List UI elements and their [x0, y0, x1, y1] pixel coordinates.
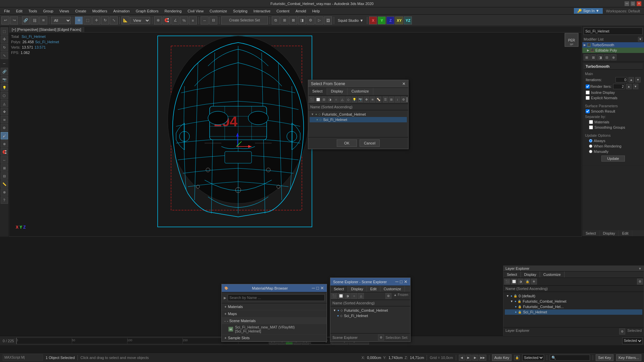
pb-ff[interactable]: ▶▶	[479, 355, 486, 361]
le-item-helmet-child[interactable]: ● 🔒 Futuristic_Combat_Hel...	[505, 304, 642, 309]
materials-check[interactable]	[589, 120, 593, 124]
smoothing-groups-check[interactable]	[589, 125, 593, 129]
le-item-helmet[interactable]: ▼ ● 🔒 Futuristic_Combat_Helmet	[505, 299, 642, 304]
lt-shapes[interactable]: ◬	[1, 100, 8, 107]
menu-graph-editors[interactable]: Graph Editors	[133, 8, 161, 14]
lt-move[interactable]: ✛	[1, 36, 8, 43]
manually-radio[interactable]	[589, 150, 592, 153]
lt-helpers[interactable]: ✥	[1, 108, 8, 115]
sfs-filter-space[interactable]: ≋	[370, 97, 375, 103]
menu-group[interactable]: Group	[40, 8, 56, 14]
selected-dropdown-status[interactable]: Selected	[522, 354, 544, 361]
le-tb-3[interactable]: ◑	[518, 279, 524, 285]
se-tb-2[interactable]: ⬜	[338, 293, 344, 299]
sfs-toggle[interactable]: ◑	[327, 97, 333, 103]
rp-display-tab[interactable]: Display	[600, 230, 619, 236]
menu-help[interactable]: Help	[310, 8, 323, 14]
select-button[interactable]: ✛	[75, 16, 83, 24]
bind-space-warp[interactable]: ≋	[39, 16, 47, 24]
mb-title-bar[interactable]: 🎨 Material/Map Browser ─ □ ✕	[222, 284, 327, 292]
turbosmooth-modifier[interactable]: ▶ ⬛ TurboSmooth	[582, 42, 644, 48]
menu-customize[interactable]: Customize	[207, 8, 230, 14]
pb-play[interactable]: ▶	[466, 355, 472, 361]
pb-prev[interactable]: ◀	[459, 355, 465, 361]
menu-tools[interactable]: Tools	[26, 8, 40, 14]
mb-scene-materials-header[interactable]: - - Scene Materials	[222, 317, 327, 324]
sfs-title-bar[interactable]: Select From Scene ✕	[308, 80, 408, 88]
y-axis-button[interactable]: Y	[378, 16, 386, 24]
filter-dropdown[interactable]: All	[51, 17, 71, 24]
sfs-deselect[interactable]: ⬜	[315, 97, 321, 103]
sfs-filter-bones[interactable]: 🦴	[376, 97, 381, 103]
se-maximize-button[interactable]: □	[400, 279, 402, 284]
iterations-input[interactable]	[615, 77, 627, 82]
se-tab-select[interactable]: Select	[330, 286, 348, 292]
menu-arnold[interactable]: Arnold	[293, 8, 309, 14]
lt-rotate[interactable]: ↻	[1, 44, 8, 51]
se-item-sci-fi[interactable]: ● ◇ Sci_Fi_Helmet	[332, 313, 409, 318]
se-minimize-button[interactable]: ─	[395, 279, 398, 284]
sfs-ok-button[interactable]: OK	[337, 139, 357, 147]
snap-toggle[interactable]: 🧲	[163, 16, 171, 24]
sfs-item-helmet[interactable]: ▼ ● ◇ Futuristic_Combat_Helmet	[310, 112, 407, 117]
le-settings-button[interactable]: ⚙	[619, 328, 625, 335]
viewport[interactable]: [+] [Perspective] [Standard] [Edged Face…	[9, 26, 582, 237]
status-search-input[interactable]	[550, 355, 590, 361]
lt-help[interactable]: ?	[1, 196, 8, 204]
modifier-list-expand[interactable]: ▼	[638, 37, 643, 42]
maximize-button[interactable]: □	[631, 1, 635, 6]
sfs-sort[interactable]: ↕	[395, 97, 400, 103]
unlink-button[interactable]: ⛓	[31, 16, 39, 24]
sfs-tab-select[interactable]: Select	[308, 88, 327, 95]
lt-camera[interactable]: 📷	[1, 76, 8, 83]
update-button[interactable]: Update	[601, 156, 625, 162]
sfs-filter-lights[interactable]: 💡	[352, 97, 357, 103]
se-close-button[interactable]: ✕	[404, 279, 408, 284]
mb-search-input[interactable]	[228, 294, 325, 301]
menu-civil-view[interactable]: Civil View	[185, 8, 206, 14]
scale-button[interactable]: ⤡	[110, 16, 118, 24]
lt-scale[interactable]: ⤡	[1, 52, 8, 59]
sfs-icon-view[interactable]: ⊞	[389, 97, 394, 103]
align-button[interactable]: ⊟	[209, 16, 217, 24]
angle-snap[interactable]: ∠	[171, 16, 179, 24]
menu-interactive[interactable]: Interactive	[251, 8, 273, 14]
mod-icon-2[interactable]: ⊠	[590, 54, 596, 60]
render-iters-check[interactable]	[586, 84, 590, 88]
mb-sample-slots-header[interactable]: + Sample Slots	[222, 335, 327, 341]
lt-grid[interactable]: ⊕	[1, 188, 8, 196]
toolbar-layer[interactable]: ⧉	[272, 16, 280, 24]
se-tb-1[interactable]: ⬛	[331, 293, 337, 299]
mb-scene-item-1[interactable]: M Sci_Fi_Helmet_new_MAT (VRayMtl) [Sci_F…	[222, 324, 327, 334]
se-title-bar[interactable]: Scene Explorer - Scene Explorer ─ □ ✕	[330, 278, 410, 286]
smooth-result-check[interactable]	[586, 109, 590, 113]
lt-paint[interactable]: 🖌	[1, 132, 8, 139]
z-axis-button[interactable]: Z	[386, 16, 394, 24]
menu-file[interactable]: File	[1, 8, 13, 14]
close-button[interactable]: ✕	[637, 1, 641, 6]
sign-in-button[interactable]: 🔑 Sign In ▼	[574, 8, 602, 14]
x-axis-button[interactable]: X	[369, 16, 377, 24]
se-tb-options[interactable]: ⚙	[385, 293, 391, 299]
sfs-filter-helpers[interactable]: ✥	[364, 97, 369, 103]
se-tab-display[interactable]: Display	[348, 286, 367, 292]
key-filters-button-status[interactable]: Key Filters...	[616, 354, 641, 361]
se-settings-button[interactable]: ⚙	[378, 335, 384, 341]
mod-icon-4[interactable]: ⊟	[604, 54, 610, 60]
le-item-sci-fi[interactable]: ● 🔒 Sci_Fi_Helmet	[505, 309, 642, 315]
menu-scripting[interactable]: Scripting	[230, 8, 250, 14]
redo-button[interactable]: ↪	[10, 16, 18, 24]
mb-materials-header[interactable]: + Materials	[222, 303, 327, 310]
le-tb-4[interactable]: 🔒	[524, 279, 530, 285]
menu-views[interactable]: Views	[57, 8, 72, 14]
mb-close-button[interactable]: ✕	[320, 286, 324, 291]
lt-xform[interactable]: ⊗	[1, 140, 8, 147]
pb-next[interactable]: ▶	[472, 355, 478, 361]
select-region-button[interactable]: ⬚	[84, 16, 92, 24]
sfs-list-view[interactable]: ☰	[383, 97, 388, 103]
sfs-close-button[interactable]: ✕	[402, 81, 406, 86]
always-radio[interactable]	[589, 139, 592, 142]
iterations-down[interactable]: ▼	[635, 77, 641, 82]
sfs-invert[interactable]: ⊟	[321, 97, 327, 103]
object-name-input[interactable]	[584, 27, 643, 35]
